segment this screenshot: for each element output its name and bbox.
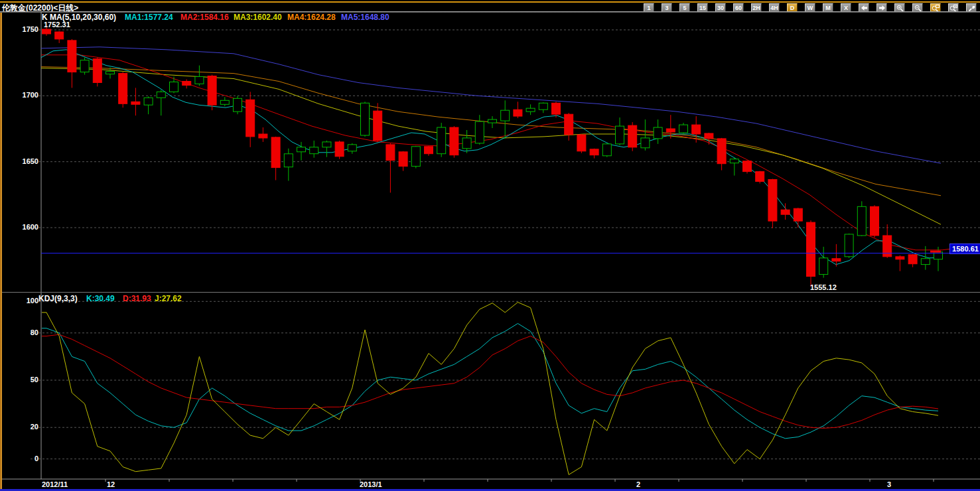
candle-body [921, 259, 930, 265]
high-price-label: 1752.31 [44, 21, 70, 29]
last-price-tag: 1580.61 [949, 244, 980, 254]
candle-body [361, 103, 370, 135]
kdj-axis-label: 100 [0, 297, 38, 305]
kdj-params-label: KDJ(9,3,3) [38, 294, 78, 303]
kdj-line-K [42, 324, 938, 439]
candle-body [335, 142, 344, 157]
ma-line-MA5-60 [41, 47, 941, 163]
kdj-j-value-label: J:27.62 [155, 294, 182, 303]
candle-body [208, 76, 216, 105]
candle-body [501, 110, 510, 121]
candle-body [488, 119, 497, 123]
candle-body [641, 138, 650, 148]
window-left-border [0, 13, 2, 490]
chart-application-window: 伦敦金(02200)<日线> 1351530602H4HDWMX K MA(5,… [0, 0, 980, 491]
candle-body [93, 59, 102, 83]
last-trade-marker [930, 251, 941, 253]
candle-body [310, 147, 318, 154]
candle-body [539, 103, 547, 109]
low-price-label: 1555.12 [810, 283, 837, 291]
candle-body [896, 257, 904, 259]
candle-body [259, 134, 267, 138]
date-axis-label: 12 [107, 480, 115, 488]
candle-body [322, 142, 331, 147]
date-axis-label: 2 [636, 480, 640, 488]
candle-body [386, 145, 395, 161]
candle-body [908, 255, 917, 264]
candle-body [131, 102, 140, 104]
ma1-value-label: MA1:1577.24 [125, 13, 173, 22]
candle-body [170, 82, 178, 92]
kdj-axis-label: 20 [0, 423, 38, 431]
candle-body [234, 98, 242, 111]
candle-body [514, 109, 522, 116]
kdj-axis-label: 50 [0, 376, 38, 384]
candle-body [475, 121, 484, 143]
candle-body [246, 100, 255, 137]
candle-body [577, 135, 586, 151]
candle-body [807, 222, 815, 277]
candle-body [450, 127, 458, 155]
candle-body [705, 133, 713, 139]
kdj-k-value-label: K:30.49 [86, 294, 115, 303]
candle-body [857, 206, 866, 236]
candle-body [526, 108, 535, 111]
candle-body [195, 77, 204, 84]
candle-body [654, 127, 662, 139]
candle-body [819, 258, 828, 275]
price-axis-label: 1750 [0, 25, 38, 33]
candle-body [794, 208, 802, 221]
candle-body [399, 152, 407, 167]
candle-body [462, 138, 471, 149]
date-axis-label: 3 [887, 480, 891, 488]
candle-body [437, 127, 446, 154]
price-axis-label: 1700 [0, 91, 38, 99]
ma4-value-label: MA4:1624.28 [287, 13, 336, 22]
date-axis-label: 2013/1 [360, 480, 382, 488]
candle-body [871, 206, 879, 236]
candle-body [717, 139, 726, 164]
date-axis-label: 2012/11 [42, 480, 68, 488]
candle-body [106, 72, 115, 74]
ma3-value-label: MA3:1602.40 [234, 13, 282, 22]
candle-body [425, 147, 433, 154]
candle-body [565, 114, 573, 135]
kdj-axis-label: 80 [0, 328, 38, 336]
candle-body [679, 125, 688, 133]
kdj-d-value-label: D:31.93 [123, 294, 151, 303]
candle-body [730, 159, 738, 163]
candle-body [348, 145, 356, 151]
candle-body [781, 210, 790, 214]
price-axis-label: 1650 [0, 157, 38, 165]
candle-body [590, 149, 598, 155]
candle-body [832, 259, 841, 261]
candle-body [768, 180, 777, 222]
candle-body [692, 125, 701, 134]
candle-body [743, 161, 752, 172]
price-axis-label: 1600 [0, 223, 38, 231]
candle-body [602, 144, 611, 156]
candle-body [297, 147, 306, 152]
candle-body [284, 154, 293, 167]
kdj-line-D [42, 334, 938, 428]
candle-body [271, 137, 280, 168]
candle-body [666, 129, 675, 132]
candle-body [374, 111, 382, 141]
chart-canvas[interactable] [0, 0, 980, 491]
candle-body [220, 100, 229, 104]
candle-body [157, 92, 165, 98]
candle-body [42, 29, 51, 34]
candle-body [628, 125, 637, 147]
candle-body [182, 82, 191, 86]
candle-body [55, 32, 64, 39]
ma2-value-label: MA2:1584.16 [180, 13, 229, 22]
candle-body [80, 60, 89, 72]
kdj-axis-label: 0 [0, 455, 38, 462]
candle-body [616, 126, 624, 144]
candle-body [144, 98, 153, 105]
candle-body [552, 103, 561, 114]
candle-body [119, 74, 127, 104]
candle-body [756, 172, 764, 182]
kdj-line-J [42, 303, 938, 475]
candle-body [411, 147, 420, 167]
